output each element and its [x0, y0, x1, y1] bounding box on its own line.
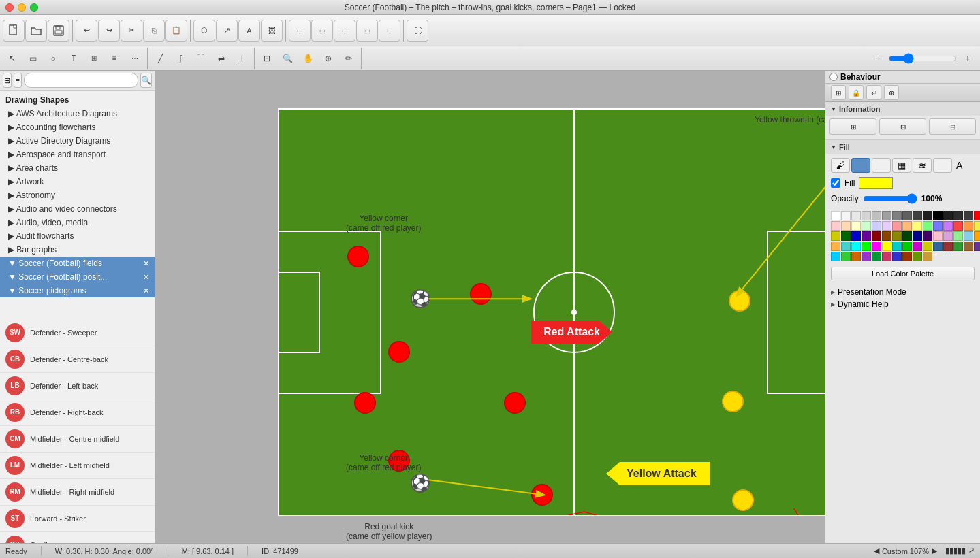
color-swatch[interactable] [831, 211, 840, 220]
redo-button[interactable]: ↪ [98, 20, 120, 42]
prev-page-btn[interactable]: ◀ [874, 546, 879, 555]
color-swatch[interactable] [974, 242, 980, 251]
reset-view-button[interactable]: ⊕ [319, 50, 338, 67]
color-swatch[interactable] [964, 221, 973, 231]
color-swatch[interactable] [953, 242, 963, 251]
color-swatch[interactable] [923, 242, 932, 251]
player-item-sw[interactable]: SW Defender - Sweeper [0, 320, 155, 346]
library-item-bar-graphs[interactable]: ▶ Bar graphs [0, 243, 155, 257]
insert-connection-button[interactable]: ↗ [216, 20, 238, 42]
align-top-button[interactable]: ⬚ [356, 20, 378, 42]
zoom-in-button[interactable]: 🔍 [278, 50, 297, 67]
presentation-mode-item[interactable]: ▶ Presentation Mode [831, 286, 975, 298]
library-item-artwork[interactable]: ▶ Artwork [0, 175, 155, 188]
color-swatch[interactable] [892, 252, 902, 261]
load-palette-button[interactable]: Load Color Palette [831, 267, 975, 280]
color-swatch[interactable] [964, 242, 973, 251]
cut-button[interactable]: ✂ [121, 20, 142, 42]
color-swatch[interactable] [872, 221, 881, 231]
color-swatch[interactable] [841, 252, 851, 261]
text-tool[interactable]: T [64, 50, 83, 67]
color-swatch[interactable] [974, 221, 980, 231]
opacity-slider[interactable] [863, 193, 917, 204]
library-item-audio-video[interactable]: ▶ Audio and video connectors [0, 202, 155, 216]
color-swatch[interactable] [892, 221, 902, 231]
color-swatch[interactable] [841, 231, 851, 241]
insert-image-button[interactable]: 🖼 [261, 20, 283, 42]
color-swatch[interactable] [882, 231, 891, 241]
fill-gradient-h-btn[interactable] [872, 158, 891, 173]
insert-shape-button[interactable]: ⬡ [193, 20, 215, 42]
color-swatch[interactable] [902, 221, 912, 231]
hand-tool[interactable]: ✋ [298, 50, 317, 67]
color-swatch[interactable] [851, 252, 861, 261]
color-swatch[interactable] [964, 211, 973, 220]
red-player-2[interactable] [388, 341, 410, 363]
table-tool[interactable]: ⊞ [84, 50, 104, 67]
rp-btn-4[interactable]: ⊕ [884, 85, 899, 100]
ball-left-top[interactable] [411, 289, 430, 308]
color-swatch[interactable] [862, 221, 871, 231]
color-swatch[interactable] [902, 231, 912, 241]
red-player-5[interactable] [470, 283, 492, 305]
color-swatch[interactable] [831, 242, 840, 251]
color-swatch[interactable] [841, 211, 851, 220]
color-swatch[interactable] [943, 221, 953, 231]
color-swatch[interactable] [892, 231, 902, 241]
color-swatch[interactable] [862, 211, 871, 220]
red-player-1[interactable] [347, 246, 369, 267]
color-swatch[interactable] [851, 221, 861, 231]
color-swatch[interactable] [953, 211, 963, 220]
color-swatch[interactable] [862, 252, 871, 261]
color-swatch[interactable] [943, 211, 953, 220]
fill-color-preview[interactable] [859, 177, 893, 189]
info-btn-2[interactable]: ⊡ [879, 118, 926, 135]
red-player-7[interactable] [531, 484, 553, 506]
library-item-astronomy[interactable]: ▶ Astronomy [0, 188, 155, 202]
color-swatch[interactable] [913, 231, 922, 241]
maximize-button[interactable] [30, 3, 38, 12]
ellipse-tool[interactable]: ○ [44, 50, 63, 67]
library-item-aerospace[interactable]: ▶ Aerospace and transport [0, 148, 155, 161]
yellow-player-1[interactable] [729, 290, 750, 312]
select-tool[interactable]: ↖ [3, 50, 22, 67]
color-swatch[interactable] [913, 221, 922, 231]
search-button[interactable]: 🔍 [140, 73, 152, 88]
canvas-area[interactable]: Red Attack Yellow Attack [155, 71, 825, 543]
player-item-rb[interactable]: RB Defender - Right-back [0, 399, 155, 426]
color-swatch[interactable] [923, 211, 932, 220]
color-swatch[interactable] [964, 231, 973, 241]
library-item-area-charts[interactable]: ▶ Area charts [0, 161, 155, 175]
color-swatch[interactable] [892, 242, 902, 251]
color-swatch[interactable] [933, 242, 943, 251]
color-swatch[interactable] [892, 211, 902, 220]
panel-list-button[interactable]: ≡ [14, 73, 22, 88]
color-swatch[interactable] [841, 242, 851, 251]
paste-button[interactable]: 📋 [165, 20, 187, 42]
connector-tool[interactable]: ⇌ [212, 50, 231, 67]
more-shapes-tool[interactable]: ⋯ [125, 50, 144, 67]
color-swatch[interactable] [943, 242, 953, 251]
open-file-button[interactable] [25, 20, 47, 42]
swimlane-tool[interactable]: ≡ [105, 50, 124, 67]
color-swatch[interactable] [923, 221, 932, 231]
red-player-6[interactable] [504, 392, 526, 414]
zoom-slider[interactable] [889, 53, 957, 64]
library-item-active-directory[interactable]: ▶ Active Directory Diagrams [0, 134, 155, 148]
behaviour-radio[interactable] [829, 73, 838, 81]
color-swatch[interactable] [841, 221, 851, 231]
fit-page-button[interactable]: ⊡ [257, 50, 276, 67]
new-file-button[interactable] [3, 20, 25, 42]
library-item-audit[interactable]: ▶ Audit flowcharts [0, 229, 155, 243]
color-swatch[interactable] [902, 242, 912, 251]
player-item-cm[interactable]: CM Midfielder - Centre midfield [0, 426, 155, 453]
player-item-gk[interactable]: GK Goalkeeper [0, 532, 155, 544]
color-swatch[interactable] [974, 211, 980, 220]
close-soccer-positions-icon[interactable]: ✕ [143, 273, 149, 282]
library-item-accounting[interactable]: ▶ Accounting flowcharts [0, 120, 155, 134]
library-item-audio-media[interactable]: ▶ Audio, video, media [0, 216, 155, 229]
player-item-lm[interactable]: LM Midfielder - Left midfield [0, 453, 155, 479]
pen-tool[interactable]: ✏ [339, 50, 358, 67]
fill-gradient-v-btn[interactable] [933, 158, 952, 173]
fill-texture-btn[interactable]: ≋ [913, 158, 932, 173]
